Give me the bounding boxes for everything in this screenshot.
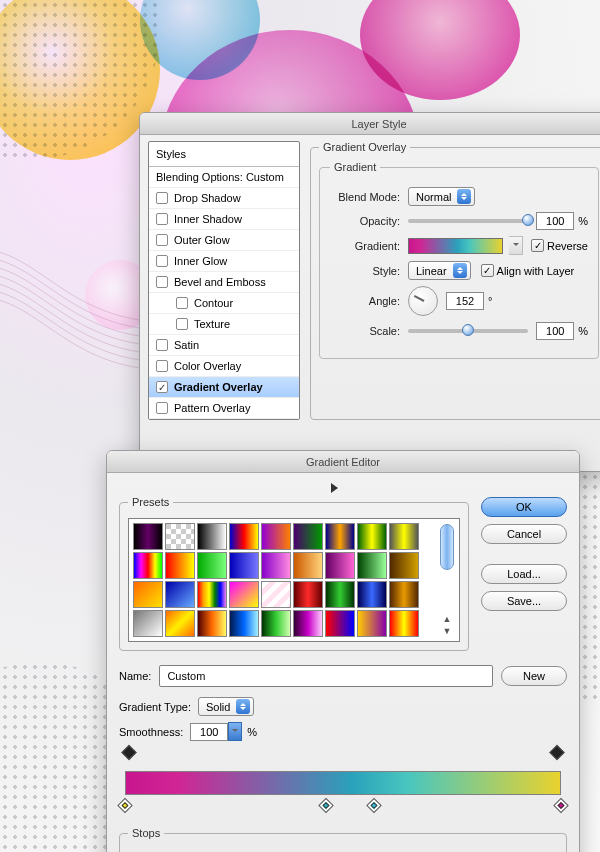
smoothness-label: Smoothness:: [119, 726, 190, 738]
checkbox[interactable]: [156, 255, 168, 267]
new-button[interactable]: New: [501, 666, 567, 686]
preset-swatch[interactable]: [261, 610, 291, 637]
preset-swatch[interactable]: [165, 610, 195, 637]
align-checkbox[interactable]: [481, 264, 494, 277]
preset-swatch[interactable]: [229, 581, 259, 608]
opacity-slider[interactable]: [408, 219, 528, 223]
scale-label: Scale:: [330, 325, 408, 337]
blending-options-row[interactable]: Blending Options: Custom: [149, 167, 299, 188]
opacity-stops-track[interactable]: [125, 747, 561, 761]
checkbox[interactable]: [156, 381, 168, 393]
style-label: Style:: [330, 265, 408, 277]
layer-style-titlebar[interactable]: Layer Style: [140, 113, 600, 135]
styles-header[interactable]: Styles: [149, 142, 299, 167]
checkbox[interactable]: [176, 297, 188, 309]
style-row-pattern-overlay[interactable]: Pattern Overlay: [149, 398, 299, 419]
style-row-contour[interactable]: Contour: [149, 293, 299, 314]
preset-swatch[interactable]: [197, 581, 227, 608]
color-stop[interactable]: [368, 800, 379, 813]
name-input[interactable]: Custom: [159, 665, 493, 687]
preset-swatch[interactable]: [133, 523, 163, 550]
preset-swatch[interactable]: [325, 552, 355, 579]
gradient-dropdown[interactable]: [509, 236, 523, 255]
color-stop[interactable]: [556, 800, 567, 813]
reverse-checkbox[interactable]: [531, 239, 544, 252]
checkbox[interactable]: [156, 402, 168, 414]
gradient-bar[interactable]: [125, 771, 561, 795]
style-row-satin[interactable]: Satin: [149, 335, 299, 356]
preset-swatch[interactable]: [229, 523, 259, 550]
style-row-outer-glow[interactable]: Outer Glow: [149, 230, 299, 251]
cancel-button[interactable]: Cancel: [481, 524, 567, 544]
smoothness-input[interactable]: 100: [190, 723, 228, 741]
preset-swatch[interactable]: [325, 610, 355, 637]
checkbox[interactable]: [156, 234, 168, 246]
style-row-inner-glow[interactable]: Inner Glow: [149, 251, 299, 272]
preset-swatch[interactable]: [261, 552, 291, 579]
gradient-subtitle: Gradient: [330, 161, 380, 173]
angle-input[interactable]: 152: [446, 292, 484, 310]
smoothness-dropdown[interactable]: [228, 722, 242, 741]
opacity-input[interactable]: 100: [536, 212, 574, 230]
preset-swatch[interactable]: [357, 523, 387, 550]
preset-swatch[interactable]: [357, 610, 387, 637]
preset-swatch[interactable]: [133, 552, 163, 579]
preset-swatch[interactable]: [389, 610, 419, 637]
preset-swatch[interactable]: [293, 552, 323, 579]
preset-swatch[interactable]: [229, 552, 259, 579]
preset-swatch[interactable]: [261, 581, 291, 608]
preset-swatch[interactable]: [165, 552, 195, 579]
load-button[interactable]: Load...: [481, 564, 567, 584]
scale-input[interactable]: 100: [536, 322, 574, 340]
save-button[interactable]: Save...: [481, 591, 567, 611]
style-row-drop-shadow[interactable]: Drop Shadow: [149, 188, 299, 209]
layer-style-window: Layer Style Styles Blending Options: Cus…: [139, 112, 600, 472]
preset-swatch[interactable]: [325, 581, 355, 608]
preset-swatch[interactable]: [197, 610, 227, 637]
style-row-inner-shadow[interactable]: Inner Shadow: [149, 209, 299, 230]
preset-swatch[interactable]: [293, 523, 323, 550]
checkbox[interactable]: [176, 318, 188, 330]
preset-swatch[interactable]: [389, 552, 419, 579]
style-row-gradient-overlay[interactable]: Gradient Overlay: [149, 377, 299, 398]
angle-dial[interactable]: [408, 286, 438, 316]
gradient-swatch[interactable]: [408, 238, 503, 254]
preset-swatch[interactable]: [261, 523, 291, 550]
checkbox[interactable]: [156, 276, 168, 288]
preset-swatch[interactable]: [389, 581, 419, 608]
ok-button[interactable]: OK: [481, 497, 567, 517]
preset-swatch[interactable]: [389, 523, 419, 550]
checkbox[interactable]: [156, 213, 168, 225]
checkbox[interactable]: [156, 192, 168, 204]
preset-swatch[interactable]: [325, 523, 355, 550]
preset-swatch[interactable]: [293, 610, 323, 637]
preset-swatch[interactable]: [357, 581, 387, 608]
preset-swatch[interactable]: [165, 523, 195, 550]
scale-slider[interactable]: [408, 329, 528, 333]
color-stops-track[interactable]: [125, 801, 561, 815]
preset-swatch[interactable]: [165, 581, 195, 608]
style-row-color-overlay[interactable]: Color Overlay: [149, 356, 299, 377]
gradient-editor-titlebar[interactable]: Gradient Editor: [107, 451, 579, 473]
chevron-updown-icon: [457, 189, 471, 204]
preset-swatch[interactable]: [133, 610, 163, 637]
blend-mode-select[interactable]: Normal: [408, 187, 475, 206]
color-stop[interactable]: [320, 800, 331, 813]
preset-swatch[interactable]: [229, 610, 259, 637]
style-row-bevel-and-emboss[interactable]: Bevel and Emboss: [149, 272, 299, 293]
gradient-subgroup: Gradient Blend Mode: Normal Opacity: 100…: [319, 161, 599, 359]
presets-group: Presets ▲▼: [119, 496, 469, 651]
preset-swatch[interactable]: [133, 581, 163, 608]
style-row-texture[interactable]: Texture: [149, 314, 299, 335]
preset-swatch[interactable]: [293, 581, 323, 608]
presets-scrollbar[interactable]: ▲▼: [439, 523, 455, 637]
checkbox[interactable]: [156, 339, 168, 351]
checkbox[interactable]: [156, 360, 168, 372]
preset-swatch[interactable]: [197, 523, 227, 550]
preset-swatch[interactable]: [357, 552, 387, 579]
style-select[interactable]: Linear: [408, 261, 471, 280]
flyout-icon[interactable]: [331, 483, 343, 493]
preset-swatch[interactable]: [197, 552, 227, 579]
color-stop[interactable]: [120, 800, 131, 813]
gradient-type-select[interactable]: Solid: [198, 697, 254, 716]
